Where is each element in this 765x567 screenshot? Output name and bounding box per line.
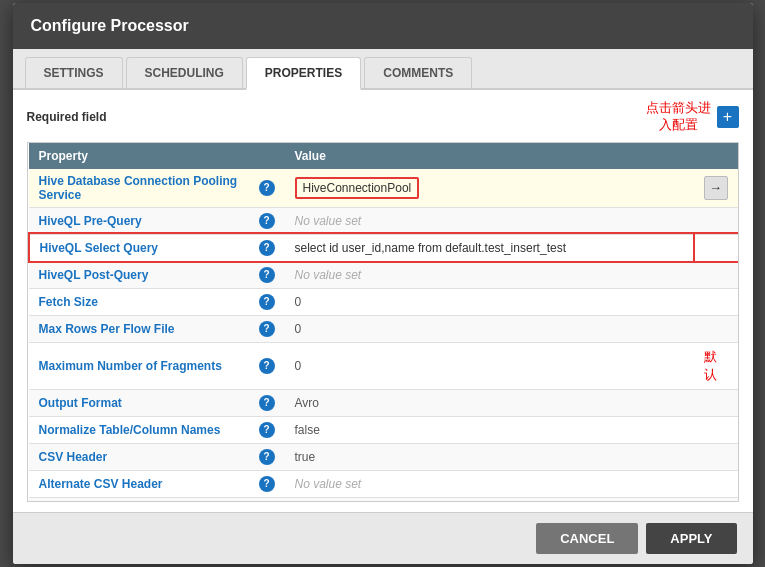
- property-name: Normalize Table/Column Names: [29, 416, 249, 443]
- property-action: [694, 261, 738, 288]
- tab-settings[interactable]: SETTINGS: [25, 57, 123, 88]
- property-value[interactable]: false: [285, 416, 694, 443]
- tab-properties[interactable]: PROPERTIES: [246, 57, 361, 90]
- property-name: Alternate CSV Header: [29, 470, 249, 497]
- table-row: CSV Header ? true: [29, 443, 738, 470]
- table-row: Normalize Table/Column Names ? false: [29, 416, 738, 443]
- arrow-button[interactable]: →: [704, 176, 728, 200]
- table-row: Alternate CSV Header ? No value set: [29, 470, 738, 497]
- property-name: Max Rows Per Flow File: [29, 315, 249, 342]
- info-icon[interactable]: ?: [259, 476, 275, 492]
- table-row: Max Rows Per Flow File ? 0: [29, 315, 738, 342]
- property-info[interactable]: ?: [249, 207, 285, 234]
- property-value[interactable]: select id user_id,name from default.test…: [285, 234, 694, 261]
- dialog-title: Configure Processor: [13, 3, 753, 49]
- property-info[interactable]: ?: [249, 443, 285, 470]
- table-header-row: Property Value: [29, 143, 738, 169]
- info-icon[interactable]: ?: [259, 395, 275, 411]
- property-name: Fetch Size: [29, 288, 249, 315]
- table-row: HiveQL Select Query ? select id user_id,…: [29, 234, 738, 261]
- property-name: Output Format: [29, 389, 249, 416]
- info-icon[interactable]: ?: [259, 294, 275, 310]
- info-icon[interactable]: ?: [259, 449, 275, 465]
- property-value[interactable]: 0: [285, 315, 694, 342]
- property-action: [694, 389, 738, 416]
- dialog-footer: CANCEL APPLY: [13, 512, 753, 564]
- property-action: [694, 416, 738, 443]
- tab-scheduling[interactable]: SCHEDULING: [126, 57, 243, 88]
- property-info[interactable]: ?: [249, 342, 285, 389]
- property-value[interactable]: 0: [285, 288, 694, 315]
- annotation-arrow: 点击箭头进 入配置: [646, 100, 711, 134]
- dialog-title-text: Configure Processor: [31, 17, 189, 34]
- property-value[interactable]: 0: [285, 342, 694, 389]
- property-name: Hive Database Connection Pooling Service: [29, 169, 249, 208]
- info-icon[interactable]: ?: [259, 321, 275, 337]
- configure-processor-dialog: Configure Processor SETTINGS SCHEDULING …: [13, 3, 753, 564]
- col-action: [694, 143, 738, 169]
- table-row: Hive Database Connection Pooling Service…: [29, 169, 738, 208]
- property-action[interactable]: →: [694, 169, 738, 208]
- required-row: Required field 点击箭头进 入配置 +: [27, 100, 739, 134]
- property-value[interactable]: HiveConnectionPool: [285, 169, 694, 208]
- col-value: Value: [285, 143, 694, 169]
- tab-bar: SETTINGS SCHEDULING PROPERTIES COMMENTS: [13, 49, 753, 90]
- property-info[interactable]: ?: [249, 470, 285, 497]
- property-action: [694, 207, 738, 234]
- required-field-label: Required field: [27, 110, 107, 124]
- info-icon[interactable]: ?: [259, 180, 275, 196]
- property-name: HiveQL Post-Query: [29, 261, 249, 288]
- properties-table-container: Property Value Hive Database Connection …: [27, 142, 739, 502]
- properties-content: Required field 点击箭头进 入配置 + Property Valu…: [13, 90, 753, 512]
- property-info[interactable]: ?: [249, 389, 285, 416]
- property-value[interactable]: No value set: [285, 207, 694, 234]
- tab-comments[interactable]: COMMENTS: [364, 57, 472, 88]
- property-info[interactable]: ?: [249, 234, 285, 261]
- properties-table: Property Value Hive Database Connection …: [28, 143, 738, 502]
- property-action: [694, 288, 738, 315]
- property-action: [694, 234, 738, 261]
- col-info: [249, 143, 285, 169]
- col-property: Property: [29, 143, 249, 169]
- property-action: [694, 497, 738, 502]
- add-property-button[interactable]: +: [717, 106, 739, 128]
- property-value[interactable]: No value set: [285, 261, 694, 288]
- property-info[interactable]: ?: [249, 288, 285, 315]
- table-row: Fetch Size ? 0: [29, 288, 738, 315]
- apply-button[interactable]: APPLY: [646, 523, 736, 554]
- property-info[interactable]: ?: [249, 416, 285, 443]
- table-row: Output Format ? Avro: [29, 389, 738, 416]
- property-name: HiveQL Pre-Query: [29, 207, 249, 234]
- property-name: HiveQL Select Query: [29, 234, 249, 261]
- table-row: HiveQL Post-Query ? No value set: [29, 261, 738, 288]
- table-row: Maximum Number of Fragments ? 0 默认: [29, 342, 738, 389]
- property-info[interactable]: ?: [249, 315, 285, 342]
- info-icon[interactable]: ?: [259, 267, 275, 283]
- add-btn-area: 点击箭头进 入配置 +: [646, 100, 739, 134]
- hive-connection-input[interactable]: HiveConnectionPool: [295, 177, 420, 199]
- property-value[interactable]: Avro: [285, 389, 694, 416]
- default-annotation: 默认: [704, 349, 717, 382]
- property-info[interactable]: ?: [249, 497, 285, 502]
- info-icon[interactable]: ?: [259, 358, 275, 374]
- info-icon[interactable]: ?: [259, 240, 275, 256]
- table-row: HiveQL Pre-Query ? No value set: [29, 207, 738, 234]
- property-name: Maximum Number of Fragments: [29, 342, 249, 389]
- table-row: CSV Delimiter ? ,: [29, 497, 738, 502]
- property-value[interactable]: No value set: [285, 470, 694, 497]
- property-action: [694, 315, 738, 342]
- property-value[interactable]: ,: [285, 497, 694, 502]
- property-info[interactable]: ?: [249, 169, 285, 208]
- info-icon[interactable]: ?: [259, 422, 275, 438]
- property-name: CSV Delimiter: [29, 497, 249, 502]
- property-name: CSV Header: [29, 443, 249, 470]
- property-action: [694, 470, 738, 497]
- property-info[interactable]: ?: [249, 261, 285, 288]
- property-value[interactable]: true: [285, 443, 694, 470]
- info-icon[interactable]: ?: [259, 213, 275, 229]
- property-action: [694, 443, 738, 470]
- cancel-button[interactable]: CANCEL: [536, 523, 638, 554]
- property-action: 默认: [694, 342, 738, 389]
